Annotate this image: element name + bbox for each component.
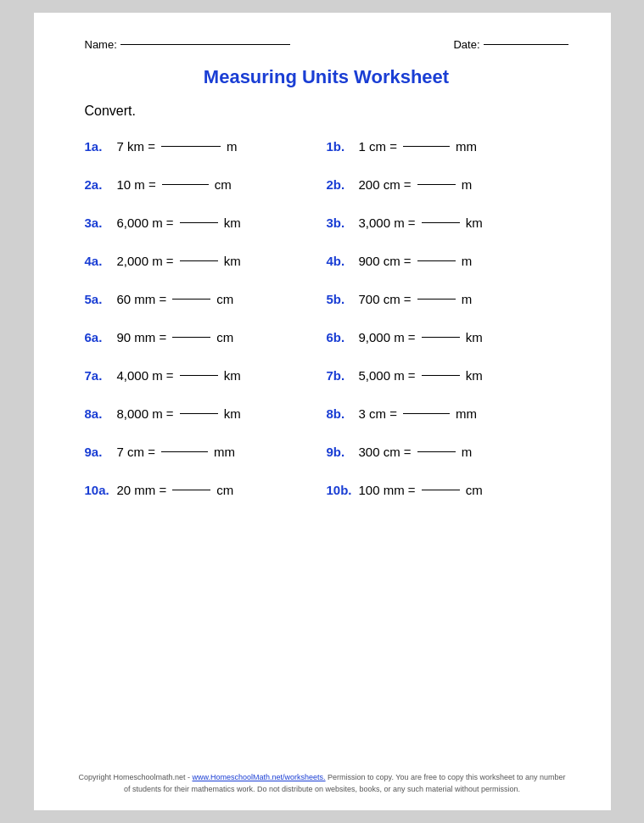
answer-blank	[422, 337, 460, 338]
problem-row: 9a. 7 cm = mm	[85, 433, 327, 471]
problem-row: 6a. 90 mm = cm	[85, 318, 327, 356]
answer-blank	[417, 299, 456, 300]
problem-text: 20 mm = cm	[117, 483, 234, 497]
answer-blank	[180, 222, 218, 223]
problem-number: 10b.	[327, 483, 359, 497]
answer-blank	[422, 375, 460, 376]
answer-blank	[162, 184, 209, 185]
name-section: Name:	[85, 38, 290, 51]
problem-number: 9b.	[327, 445, 359, 459]
answer-blank	[172, 490, 210, 490]
problem-row: 1b. 1 cm = mm	[327, 127, 568, 165]
worksheet-page: Name: Date: Measuring Units Worksheet Co…	[34, 13, 611, 810]
problem-row: 10a. 20 mm = cm	[85, 471, 327, 509]
answer-blank	[417, 184, 456, 185]
problem-row: 7a. 4,000 m = km	[85, 356, 327, 395]
date-label: Date:	[453, 38, 479, 51]
problem-text: 2,000 m = km	[117, 254, 241, 268]
answer-blank	[180, 413, 218, 414]
problem-text: 90 mm = cm	[117, 330, 234, 344]
problem-row: 2a. 10 m = cm	[85, 165, 327, 204]
problem-number: 2b.	[327, 177, 359, 192]
answer-blank	[161, 451, 208, 452]
problem-number: 5b.	[327, 292, 359, 306]
problem-text: 3 cm = mm	[359, 406, 477, 421]
problem-number: 8a.	[85, 406, 117, 421]
answer-blank	[422, 222, 460, 223]
problem-number: 9a.	[85, 445, 117, 459]
answer-blank	[161, 146, 221, 147]
problem-number: 4a.	[85, 254, 117, 268]
problem-row: 3a. 6,000 m = km	[85, 204, 327, 242]
problem-number: 1a.	[85, 139, 117, 154]
problem-text: 10 m = cm	[117, 177, 232, 192]
problem-text: 9,000 m = km	[359, 330, 483, 344]
problem-number: 4b.	[327, 254, 359, 268]
problem-row: 4a. 2,000 m = km	[85, 242, 327, 280]
problem-row: 3b. 3,000 m = km	[327, 204, 568, 242]
problem-text: 7 cm = mm	[117, 445, 235, 459]
answer-blank	[403, 413, 450, 414]
problem-number: 6a.	[85, 330, 117, 344]
problem-row: 1a. 7 km = m	[85, 127, 327, 165]
answer-blank	[417, 260, 456, 261]
problem-text: 100 mm = cm	[359, 483, 483, 497]
problem-number: 3b.	[327, 216, 359, 230]
answer-blank	[417, 451, 456, 452]
problem-text: 700 cm = m	[359, 292, 473, 306]
problem-row: 8b. 3 cm = mm	[327, 395, 568, 433]
problem-text: 4,000 m = km	[117, 368, 241, 383]
answer-blank	[172, 337, 210, 338]
problem-text: 6,000 m = km	[117, 216, 241, 230]
problem-text: 300 cm = m	[359, 445, 473, 459]
problem-row: 6b. 9,000 m = km	[327, 318, 568, 356]
problem-number: 2a.	[85, 177, 117, 192]
problem-row: 7b. 5,000 m = km	[327, 356, 568, 395]
problem-number: 5a.	[85, 292, 117, 306]
problem-number: 1b.	[327, 139, 359, 154]
answer-blank	[172, 299, 210, 300]
problem-number: 7a.	[85, 368, 117, 383]
header: Name: Date:	[85, 38, 568, 51]
footer: Copyright Homeschoolmath.net - www.Homes…	[77, 772, 568, 795]
problem-number: 6b.	[327, 330, 359, 344]
problem-number: 7b.	[327, 368, 359, 383]
name-label: Name:	[85, 38, 117, 51]
date-underline	[484, 44, 568, 45]
convert-label: Convert.	[85, 104, 568, 119]
problem-text: 1 cm = mm	[359, 139, 477, 154]
problem-number: 8b.	[327, 406, 359, 421]
answer-blank	[180, 375, 218, 376]
name-underline	[120, 44, 290, 45]
problem-row: 9b. 300 cm = m	[327, 433, 568, 471]
problem-text: 7 km = m	[117, 139, 238, 154]
problem-row: 8a. 8,000 m = km	[85, 395, 327, 433]
footer-link[interactable]: www.HomeschoolMath.net/worksheets.	[193, 773, 326, 781]
problem-text: 200 cm = m	[359, 177, 473, 192]
answer-blank	[422, 490, 460, 490]
answer-blank	[180, 260, 218, 261]
problems-grid: 1a. 7 km = m 1b. 1 cm = mm 2a. 10 m = cm…	[85, 127, 568, 509]
answer-blank	[403, 146, 450, 147]
problem-text: 900 cm = m	[359, 254, 473, 268]
problem-number: 3a.	[85, 216, 117, 230]
problem-row: 5a. 60 mm = cm	[85, 280, 327, 318]
problem-number: 10a.	[85, 483, 117, 497]
problem-text: 5,000 m = km	[359, 368, 483, 383]
problem-row: 5b. 700 cm = m	[327, 280, 568, 318]
problem-text: 3,000 m = km	[359, 216, 483, 230]
footer-text1: Copyright Homeschoolmath.net -	[78, 773, 192, 781]
problem-text: 8,000 m = km	[117, 406, 241, 421]
page-title: Measuring Units Worksheet	[85, 66, 568, 88]
date-section: Date:	[453, 38, 568, 51]
problem-row: 2b. 200 cm = m	[327, 165, 568, 204]
problem-row: 10b. 100 mm = cm	[327, 471, 568, 509]
problem-text: 60 mm = cm	[117, 292, 234, 306]
problem-row: 4b. 900 cm = m	[327, 242, 568, 280]
